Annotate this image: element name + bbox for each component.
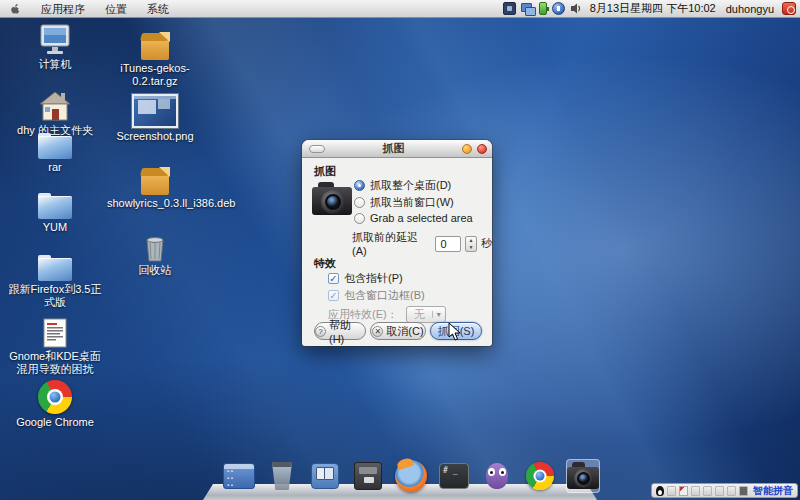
mouse-cursor: [448, 322, 462, 342]
pidgin-icon: [483, 461, 511, 491]
dialog-titlebar[interactable]: 抓图: [302, 140, 492, 158]
delay-input[interactable]: 0: [435, 236, 461, 252]
radio-button-icon: [354, 180, 365, 191]
spin-down-icon[interactable]: ▼: [466, 244, 476, 251]
desktop-icon-showlyrics-deb[interactable]: showlyrics_0.3.ll_i386.deb: [107, 167, 203, 210]
checkbox-icon: ✓: [328, 273, 339, 284]
desktop-icon-computer[interactable]: 计算机: [7, 24, 103, 71]
desktop-icon-gnome-kde-doc[interactable]: Gnome和KDE桌面混用导致的困扰: [7, 318, 103, 376]
dock-pidgin[interactable]: [480, 459, 514, 493]
desktop-icon-label: Google Chrome: [7, 416, 103, 429]
scim-input-bar: 智能拼音: [651, 483, 798, 498]
desktop-icon-label: YUM: [7, 221, 103, 234]
volume-icon[interactable]: [570, 2, 583, 15]
trash-glass-icon: [270, 462, 294, 490]
dock-items: # _: [222, 459, 600, 493]
help-button[interactable]: ? 帮助(H): [314, 322, 366, 340]
battery-icon[interactable]: [539, 2, 547, 15]
update-notifier-icon[interactable]: [552, 2, 565, 15]
chrome-icon: [526, 462, 554, 490]
menu-places[interactable]: 位置: [95, 0, 137, 18]
dock-trash[interactable]: [265, 459, 299, 493]
logout-icon[interactable]: [782, 2, 796, 15]
close-button[interactable]: [477, 144, 487, 154]
desktop-icon-label: 计算机: [7, 58, 103, 71]
menu-system[interactable]: 系统: [137, 0, 179, 18]
folder-icon: [7, 193, 103, 219]
clock[interactable]: 8月13日星期四 下午10:02: [588, 1, 718, 16]
dock-chrome[interactable]: [523, 459, 557, 493]
dock-volume-prefs[interactable]: [308, 459, 342, 493]
archive-icon: [107, 32, 203, 60]
text-document-icon: [7, 318, 103, 348]
trash-icon: [107, 236, 203, 262]
desktop-icon-label: Gnome和KDE桌面混用导致的困扰: [7, 350, 103, 376]
dock-screenshot-tool[interactable]: [566, 459, 600, 493]
capture-section-label: 抓图: [314, 164, 336, 179]
cancel-button-label: 取消(C): [386, 324, 423, 339]
radio-label: Grab a selected area: [370, 212, 473, 224]
desktop-icon-label: 跟新Firefox到3.5正式版: [7, 283, 103, 309]
cancel-button[interactable]: ✕ 取消(C): [370, 322, 426, 340]
effect-combobox: 无 ▼: [406, 306, 446, 323]
desktop-icon-itunes-targz[interactable]: iTunes-gekos-0.2.tar.gz: [107, 32, 203, 88]
radio-whole-desktop[interactable]: 抓取整个桌面(D): [354, 178, 451, 193]
username-applet[interactable]: duhongyu: [723, 3, 777, 15]
effects-section-label: 特效: [314, 256, 336, 271]
desktop-icon-google-chrome[interactable]: Google Chrome: [7, 380, 103, 429]
firefox-icon: [395, 460, 427, 492]
scim-punct-icon[interactable]: [703, 486, 712, 496]
desktop-icon-firefox-update-folder[interactable]: 跟新Firefox到3.5正式版: [7, 255, 103, 309]
shade-button[interactable]: [309, 145, 325, 153]
chrome-icon: [7, 380, 103, 414]
delay-spinner[interactable]: ▲ ▼: [465, 236, 477, 252]
computer-icon: [7, 24, 103, 56]
desktop-icon-label: Screenshot.png: [107, 130, 203, 143]
radio-label: 抓取整个桌面(D): [370, 178, 451, 193]
spin-up-icon[interactable]: ▲: [466, 237, 476, 244]
dock-terminal[interactable]: # _: [437, 459, 471, 493]
home-folder-icon: [7, 90, 103, 122]
scim-method-label[interactable]: 智能拼音: [751, 484, 793, 498]
desktop-icon-label: showlyrics_0.3.ll_i386.deb: [107, 197, 203, 210]
folder-icon: [7, 133, 103, 159]
network-icon[interactable]: [521, 2, 534, 15]
system-tray: 8月13日星期四 下午10:02 duhongyu: [503, 1, 800, 16]
desktop-icon-trash[interactable]: 回收站: [107, 236, 203, 277]
delay-row: 抓取前的延迟(A) 0 ▲ ▼ 秒: [352, 230, 492, 257]
scim-fullwidth-icon[interactable]: [691, 486, 700, 496]
top-menubar: 应用程序 位置 系统 8月13日星期四 下午10:02 duhongyu: [0, 0, 800, 18]
dock-firefox[interactable]: [394, 459, 428, 493]
menu-applications[interactable]: 应用程序: [31, 0, 95, 18]
window-selector-icon[interactable]: [503, 2, 516, 15]
checkbox-include-pointer[interactable]: ✓ 包含指针(P): [328, 271, 403, 286]
scim-keyboard-icon[interactable]: [727, 486, 736, 496]
distro-logo-icon[interactable]: [9, 3, 21, 15]
scim-mode-icon[interactable]: [715, 486, 724, 496]
scim-pen-icon[interactable]: [679, 486, 688, 496]
scim-logo-icon[interactable]: [656, 486, 664, 496]
desktop-icon-screenshot-png[interactable]: Screenshot.png: [107, 94, 203, 143]
desktop-icon-home[interactable]: dhy 的主文件夹: [7, 90, 103, 137]
desktop-icon-label: iTunes-gekos-0.2.tar.gz: [107, 62, 203, 88]
checkbox-icon: ✓: [328, 290, 339, 301]
help-button-label: 帮助(H): [329, 318, 365, 345]
scim-setup-icon[interactable]: [739, 486, 748, 496]
radio-button-icon: [354, 213, 365, 224]
dock-archive-cabinet[interactable]: [351, 459, 385, 493]
desktop-icon-yum[interactable]: YUM: [7, 193, 103, 234]
radio-current-window[interactable]: 抓取当前窗口(W): [354, 195, 454, 210]
terminal-icon: # _: [439, 463, 469, 489]
radio-button-icon: [354, 197, 365, 208]
minimize-button[interactable]: [462, 144, 472, 154]
dock-file-manager[interactable]: [222, 459, 256, 493]
radio-selected-area[interactable]: Grab a selected area: [354, 212, 473, 224]
desktop-icon-label: 回收站: [107, 264, 203, 277]
scim-toggle-icon[interactable]: [667, 486, 676, 496]
screenshot-tool-icon: [567, 461, 599, 491]
help-icon: ?: [315, 326, 326, 337]
desktop-root: 应用程序 位置 系统 8月13日星期四 下午10:02 duhongyu 计算机…: [0, 0, 800, 500]
volume-prefs-icon: [311, 463, 339, 489]
desktop-icon-rar[interactable]: rar: [7, 133, 103, 174]
camera-icon: [312, 180, 352, 218]
